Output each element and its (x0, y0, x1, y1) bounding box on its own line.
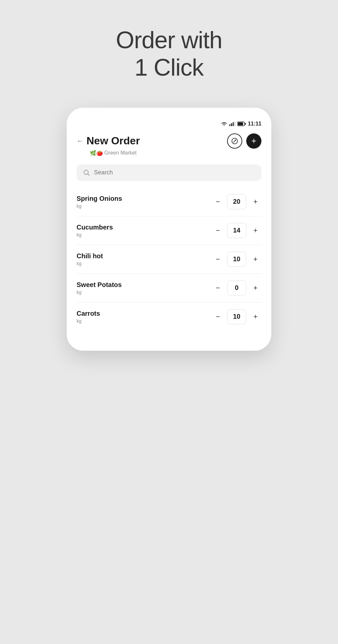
svg-rect-0 (229, 124, 230, 126)
signal-icon (229, 122, 235, 126)
quantity-control: − 14 + (212, 223, 261, 238)
decrement-button[interactable]: − (212, 253, 224, 265)
item-name: Chili hot (77, 252, 212, 260)
app-header: ← New Order + 🌿🍅 Green Market (67, 130, 271, 161)
svg-rect-3 (234, 122, 235, 126)
quantity-value: 20 (227, 194, 246, 209)
wifi-icon (221, 122, 227, 126)
list-item: Spring Onions kg − 20 + (77, 188, 261, 216)
quantity-control: − 20 + (212, 194, 261, 209)
edit-button[interactable] (227, 133, 242, 149)
edit-icon (231, 138, 238, 144)
svg-rect-6 (245, 123, 246, 125)
item-name: Cucumbers (77, 224, 212, 231)
item-unit: kg (77, 318, 212, 324)
svg-rect-2 (233, 122, 234, 126)
battery-icon (237, 122, 246, 126)
page-title: New Order (86, 135, 140, 147)
svg-rect-1 (231, 123, 232, 126)
item-name: Spring Onions (77, 195, 212, 202)
item-unit: kg (77, 232, 212, 237)
quantity-value: 10 (227, 252, 246, 267)
quantity-value: 10 (227, 309, 246, 324)
status-time: 11:11 (248, 121, 261, 127)
quantity-value: 0 (227, 280, 246, 296)
increment-button[interactable]: + (250, 311, 261, 323)
search-icon (83, 169, 90, 176)
items-list: Spring Onions kg − 20 + Cucumbers kg − 1… (67, 188, 271, 331)
increment-button[interactable]: + (250, 225, 261, 236)
list-item: Cucumbers kg − 14 + (77, 216, 261, 245)
status-bar: 11:11 (67, 118, 271, 130)
item-info: Chili hot kg (77, 252, 212, 266)
item-name: Carrots (77, 310, 212, 317)
decrement-button[interactable]: − (212, 282, 224, 294)
item-info: Sweet Potatos kg (77, 281, 212, 295)
increment-button[interactable]: + (250, 196, 261, 208)
add-button[interactable]: + (246, 133, 261, 149)
decrement-button[interactable]: − (212, 196, 224, 208)
add-icon: + (251, 136, 256, 145)
list-item: Sweet Potatos kg − 0 + (77, 274, 261, 303)
increment-button[interactable]: + (250, 282, 261, 294)
item-unit: kg (77, 290, 212, 295)
increment-button[interactable]: + (250, 253, 261, 265)
item-info: Carrots kg (77, 310, 212, 324)
decrement-button[interactable]: − (212, 311, 224, 323)
svg-rect-5 (238, 122, 243, 125)
search-input[interactable] (94, 169, 255, 176)
quantity-value: 14 (227, 223, 246, 238)
subtitle-emoji: 🌿🍅 (90, 150, 103, 156)
item-info: Cucumbers kg (77, 224, 212, 237)
item-info: Spring Onions kg (77, 195, 212, 209)
svg-line-11 (88, 174, 89, 175)
list-item: Carrots kg − 10 + (77, 303, 261, 331)
hero-title: Order with 1 Click (116, 26, 222, 81)
item-unit: kg (77, 203, 212, 209)
item-name: Sweet Potatos (77, 281, 212, 289)
search-container (77, 164, 261, 181)
decrement-button[interactable]: − (212, 225, 224, 236)
item-unit: kg (77, 261, 212, 266)
phone-mockup: 11:11 ← New Order + 🌿🍅 Green Market (67, 108, 271, 351)
quantity-control: − 0 + (212, 280, 261, 296)
list-item: Chili hot kg − 10 + (77, 245, 261, 274)
quantity-control: − 10 + (212, 309, 261, 324)
quantity-control: − 10 + (212, 252, 261, 267)
back-button[interactable]: ← (77, 137, 84, 145)
subtitle-text: Green Market (104, 150, 137, 156)
